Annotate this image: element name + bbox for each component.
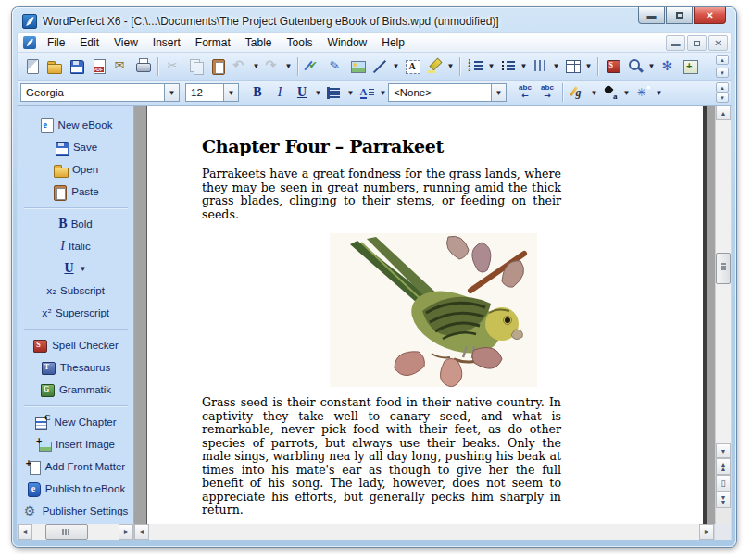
sidebar-item-underline[interactable]: U▼	[18, 257, 133, 280]
sidebar-item-paste[interactable]: Paste	[18, 180, 133, 203]
sidebar-item-add-front-matter[interactable]: Add Front Matter	[18, 455, 133, 478]
ink-color-dropdown[interactable]: ▼	[621, 81, 632, 104]
send-mail-button[interactable]	[109, 56, 132, 78]
maximize-button[interactable]	[666, 7, 693, 24]
zoom-button[interactable]	[624, 56, 646, 78]
underline-dropdown[interactable]: ▼	[313, 81, 323, 104]
sidebar-item-new-chapter[interactable]: New Chapter	[18, 411, 133, 433]
sidebar-item-publish-to-ebook[interactable]: Publish to eBook	[18, 478, 133, 500]
sidebar-item-thesaurus[interactable]: Thesaurus	[18, 356, 133, 379]
redo-dropdown[interactable]: ▼	[283, 56, 294, 78]
close-button[interactable]: ✕	[694, 7, 726, 24]
sidebar-item-grammatik[interactable]: Grammatik	[18, 379, 133, 401]
ink-color-button[interactable]	[599, 81, 621, 104]
document-scroll-right-button[interactable]: ►	[699, 524, 714, 540]
sidebar-horizontal-scrollbar[interactable]: ◄ ►	[18, 524, 134, 540]
vertical-scroll-track[interactable]	[716, 120, 731, 443]
font-size-dropdown-arrow[interactable]: ▼	[223, 84, 238, 101]
quickformat-button[interactable]	[302, 56, 324, 78]
font-size-select[interactable]: 12 ▼	[185, 83, 239, 102]
toolbar-scroll-down[interactable]: ▼	[716, 68, 729, 78]
paste-button[interactable]	[207, 56, 229, 78]
title-bar[interactable]: WordPerfect X6 - [C:\...\Documents\The P…	[17, 7, 732, 32]
columns-dropdown[interactable]: ▼	[551, 56, 561, 78]
special-characters-button[interactable]	[657, 56, 679, 78]
quickfonts-dropdown[interactable]: ▼	[589, 81, 599, 104]
sidebar-item-superscript[interactable]: x²Superscript	[18, 302, 133, 324]
font-attributes-dropdown[interactable]: ▼	[378, 81, 388, 104]
open-button[interactable]	[43, 56, 65, 78]
draw-pen-button[interactable]	[324, 56, 346, 78]
table-button[interactable]	[561, 56, 583, 78]
underline-button[interactable]: U	[291, 81, 313, 104]
menu-item-insert[interactable]: Insert	[145, 34, 188, 51]
style-dropdown-arrow[interactable]: ▼	[491, 84, 506, 101]
justification-dropdown[interactable]: ▼	[345, 81, 356, 104]
sidebar-item-open[interactable]: Open	[18, 158, 133, 180]
sidebar-scroll-track[interactable]	[32, 524, 119, 540]
document-horizontal-scrollbar[interactable]: ◄ ►	[134, 524, 714, 540]
cut-button[interactable]	[162, 56, 184, 78]
sidebar-item-new-ebook[interactable]: New eBook	[18, 114, 133, 136]
highlight-dropdown[interactable]: ▼	[445, 56, 456, 78]
sidebar-scroll-right-button[interactable]: ►	[119, 524, 133, 540]
columns-button[interactable]	[529, 56, 551, 78]
spell-utilities-button[interactable]	[602, 56, 624, 78]
menu-item-view[interactable]: View	[107, 34, 145, 51]
font-face-dropdown-arrow[interactable]: ▼	[164, 84, 179, 101]
scroll-down-button[interactable]: ▼	[716, 443, 731, 458]
quicksymbols-button[interactable]	[632, 81, 654, 104]
menu-item-window[interactable]: Window	[320, 34, 375, 51]
scroll-up-button[interactable]: ▲	[716, 106, 731, 120]
sidebar-scroll-thumb[interactable]	[45, 524, 88, 540]
menu-item-table[interactable]: Table	[238, 34, 280, 51]
menu-item-help[interactable]: Help	[374, 34, 412, 51]
document-scroll-track[interactable]	[149, 524, 699, 540]
sidebar-item-spell-checker[interactable]: Spell Checker	[18, 334, 133, 356]
menu-item-tools[interactable]: Tools	[280, 34, 320, 51]
vertical-scrollbar[interactable]: ▲ ▼ ▲▲ ▯ ▼▼	[715, 106, 731, 524]
doc-minimize-button[interactable]: ▬	[666, 35, 685, 51]
menu-item-file[interactable]: File	[40, 34, 72, 51]
bulleted-list-button[interactable]	[496, 56, 519, 78]
sidebar-item-save[interactable]: Save	[18, 136, 133, 158]
menu-item-edit[interactable]: Edit	[72, 34, 107, 51]
browse-page-button[interactable]: ▯	[716, 475, 731, 492]
doc-restore-button[interactable]	[687, 35, 707, 51]
font-face-select[interactable]: Georgia ▼	[20, 83, 180, 102]
sidebar-item-publisher-settings[interactable]: Publisher Settings	[18, 500, 133, 522]
quicksymbols-dropdown[interactable]: ▼	[654, 81, 664, 104]
redo-button[interactable]	[261, 56, 283, 78]
propbar-scroll-down[interactable]: ▼	[716, 93, 729, 103]
sidebar-item-italic[interactable]: IItalic	[18, 235, 133, 257]
font-attributes-button[interactable]	[356, 81, 378, 104]
vertical-scroll-thumb[interactable]	[716, 253, 731, 284]
print-button[interactable]	[132, 56, 154, 78]
justification-button[interactable]	[323, 81, 345, 104]
move-object-button[interactable]	[679, 56, 701, 78]
numbered-list-dropdown[interactable]: ▼	[486, 56, 496, 78]
bold-button[interactable]: B	[246, 81, 269, 104]
sidebar-item-bold[interactable]: BBold	[18, 213, 133, 235]
indent-button[interactable]	[536, 81, 558, 104]
undo-dropdown[interactable]: ▼	[251, 56, 261, 78]
sidebar-item-subscript[interactable]: x₂Subscript	[18, 280, 133, 302]
new-document-button[interactable]	[20, 56, 43, 78]
quickfonts-button[interactable]	[567, 81, 589, 104]
propbar-scroll-up[interactable]: ▲	[716, 82, 729, 93]
highlight-button[interactable]	[423, 56, 445, 78]
italic-button[interactable]: I	[269, 81, 291, 104]
sidebar-item-insert-image[interactable]: Insert Image	[18, 433, 133, 455]
copy-button[interactable]	[184, 56, 207, 78]
underline-dropdown-arrow[interactable]: ▼	[80, 265, 87, 273]
numbered-list-button[interactable]	[464, 56, 486, 78]
undo-button[interactable]	[229, 56, 251, 78]
table-dropdown[interactable]: ▼	[583, 56, 594, 78]
document-scroll-left-button[interactable]: ◄	[134, 524, 149, 540]
document-page[interactable]: Chapter Four – Parrakeet Parrakeets have…	[146, 106, 703, 524]
draw-line-button[interactable]	[369, 56, 391, 78]
style-select[interactable]: <None> ▼	[388, 83, 507, 102]
minimize-button[interactable]: ▬	[638, 7, 665, 24]
doc-close-button[interactable]: ✕	[708, 35, 728, 51]
next-page-button[interactable]: ▼▼	[716, 492, 731, 508]
